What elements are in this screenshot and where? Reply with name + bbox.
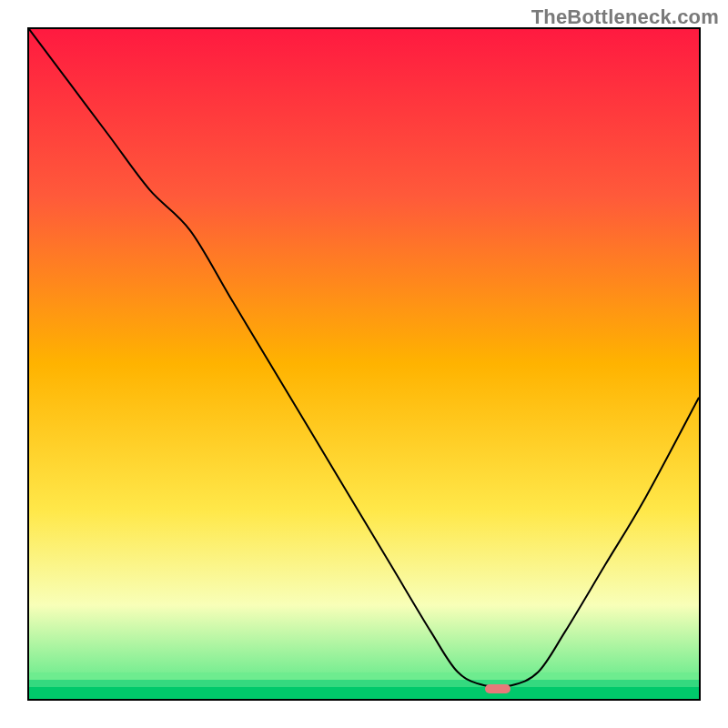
optimal-marker (485, 684, 511, 693)
curve-path (29, 29, 699, 687)
watermark-text: TheBottleneck.com (531, 5, 719, 29)
chart-frame (27, 27, 701, 701)
chart-curve (29, 29, 699, 699)
